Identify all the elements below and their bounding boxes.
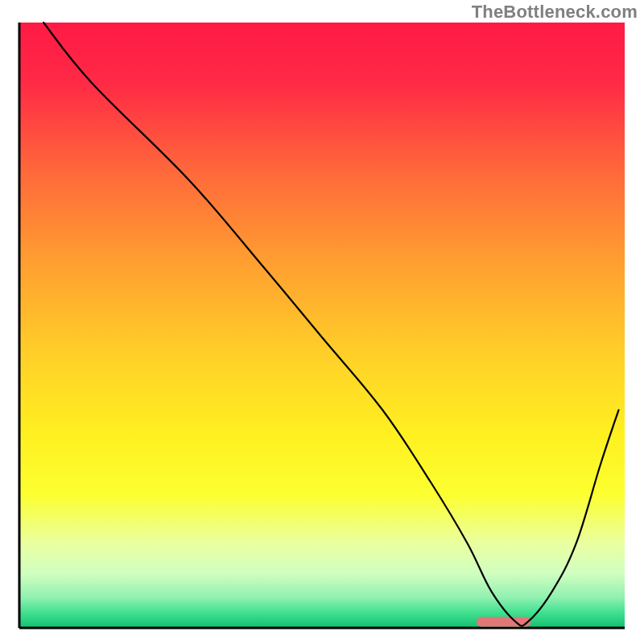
plot-background <box>19 23 625 628</box>
chart-svg <box>0 0 644 644</box>
watermark-text: TheBottleneck.com <box>472 2 638 23</box>
bottleneck-chart: TheBottleneck.com <box>0 0 644 644</box>
